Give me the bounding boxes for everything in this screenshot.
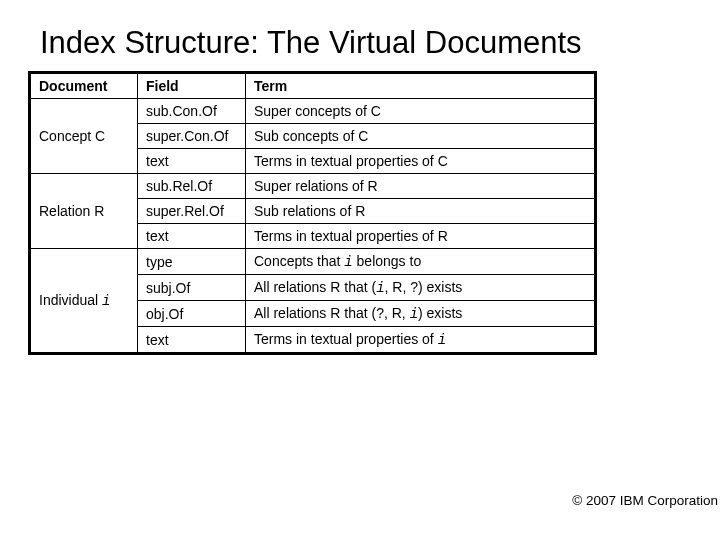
field-cell: super.Con.Of bbox=[138, 124, 246, 149]
doc-cell: Individual i bbox=[30, 249, 138, 354]
field-cell: type bbox=[138, 249, 246, 275]
header-document: Document bbox=[30, 73, 138, 99]
term-cell: Super relations of R bbox=[246, 174, 596, 199]
doc-cell: Concept C bbox=[30, 99, 138, 174]
table-row: Individual itypeConcepts that i belongs … bbox=[30, 249, 596, 275]
term-cell: Sub relations of R bbox=[246, 199, 596, 224]
field-cell: subj.Of bbox=[138, 275, 246, 301]
table-container: DocumentFieldTermConcept Csub.Con.OfSupe… bbox=[0, 71, 720, 355]
term-cell: Concepts that i belongs to bbox=[246, 249, 596, 275]
table-header-row: DocumentFieldTerm bbox=[30, 73, 596, 99]
field-cell: sub.Rel.Of bbox=[138, 174, 246, 199]
field-cell: text bbox=[138, 327, 246, 354]
field-cell: obj.Of bbox=[138, 301, 246, 327]
virtual-documents-table: DocumentFieldTermConcept Csub.Con.OfSupe… bbox=[28, 71, 597, 355]
field-cell: text bbox=[138, 149, 246, 174]
term-cell: Sub concepts of C bbox=[246, 124, 596, 149]
term-cell: Terms in textual properties of R bbox=[246, 224, 596, 249]
copyright-label: © 2007 IBM Corporation bbox=[572, 493, 718, 508]
field-cell: sub.Con.Of bbox=[138, 99, 246, 124]
header-term: Term bbox=[246, 73, 596, 99]
slide-title: Index Structure: The Virtual Documents bbox=[0, 0, 720, 71]
doc-cell: Relation R bbox=[30, 174, 138, 249]
slide: Index Structure: The Virtual Documents D… bbox=[0, 0, 720, 540]
table-row: Relation Rsub.Rel.OfSuper relations of R bbox=[30, 174, 596, 199]
term-cell: Terms in textual properties of i bbox=[246, 327, 596, 354]
field-cell: super.Rel.Of bbox=[138, 199, 246, 224]
table-row: Concept Csub.Con.OfSuper concepts of C bbox=[30, 99, 596, 124]
field-cell: text bbox=[138, 224, 246, 249]
header-field: Field bbox=[138, 73, 246, 99]
term-cell: All relations R that (i, R, ?) exists bbox=[246, 275, 596, 301]
term-cell: All relations R that (?, R, i) exists bbox=[246, 301, 596, 327]
term-cell: Terms in textual properties of C bbox=[246, 149, 596, 174]
term-cell: Super concepts of C bbox=[246, 99, 596, 124]
